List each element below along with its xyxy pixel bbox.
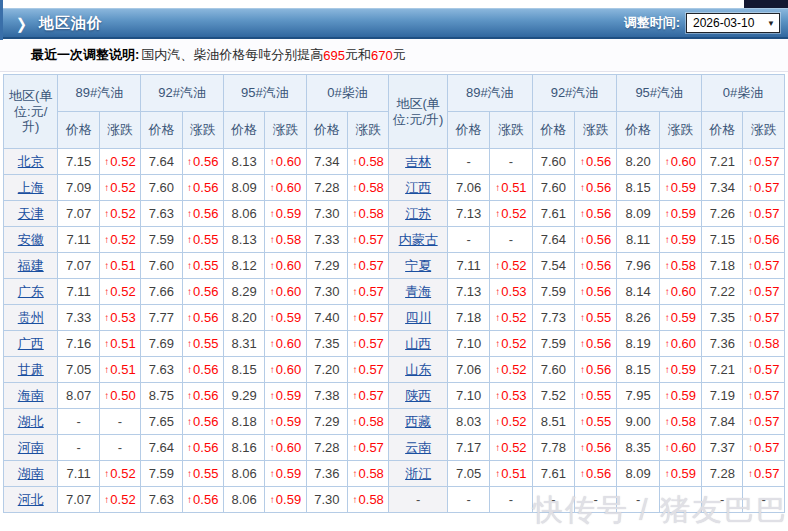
price-header: 价格 bbox=[141, 112, 182, 149]
region-link[interactable]: 安徽 bbox=[18, 232, 44, 247]
table-row: 天津7.07↑0.527.63↑0.568.06↑0.597.30↑0.58江苏… bbox=[4, 201, 785, 227]
region-link[interactable]: 湖南 bbox=[18, 466, 44, 481]
region-link[interactable]: 河北 bbox=[18, 492, 44, 507]
region-cell: 安徽 bbox=[4, 227, 58, 253]
change-cell: ↑0.56 bbox=[182, 175, 223, 201]
region-link[interactable]: 甘肃 bbox=[18, 362, 44, 377]
region-link[interactable]: 山西 bbox=[405, 336, 431, 351]
up-arrow-icon: ↑ bbox=[187, 156, 192, 167]
region-link[interactable]: 上海 bbox=[18, 180, 44, 195]
top-right-dark-strip bbox=[744, 0, 788, 8]
oil-price-table-body: 北京7.15↑0.527.64↑0.568.13↑0.607.34↑0.58吉林… bbox=[4, 149, 785, 513]
region-link[interactable]: 河南 bbox=[18, 440, 44, 455]
region-link[interactable]: 陕西 bbox=[405, 388, 431, 403]
change-cell: ↑0.56 bbox=[182, 383, 223, 409]
region-link[interactable]: 江西 bbox=[405, 180, 431, 195]
region-link[interactable]: 湖北 bbox=[18, 414, 44, 429]
region-link[interactable]: 青海 bbox=[405, 284, 431, 299]
price-cell: 9.00 bbox=[617, 409, 659, 435]
price-cell: 7.07 bbox=[58, 487, 99, 513]
up-arrow-icon: ↑ bbox=[495, 364, 500, 375]
change-cell: ↑0.60 bbox=[659, 331, 701, 357]
price-cell: 8.20 bbox=[223, 305, 264, 331]
region-link[interactable]: 广西 bbox=[18, 336, 44, 351]
price-cell: 7.17 bbox=[447, 435, 489, 461]
change-cell: ↑0.56 bbox=[182, 409, 223, 435]
price-cell: 8.29 bbox=[223, 279, 264, 305]
region-link[interactable]: 贵州 bbox=[18, 310, 44, 325]
region-link[interactable]: 内蒙古 bbox=[399, 232, 438, 247]
change-cell: ↑0.56 bbox=[575, 331, 617, 357]
up-arrow-icon: ↑ bbox=[748, 234, 753, 245]
fuel-type-header: 95#汽油 bbox=[223, 75, 306, 112]
price-cell: 7.28 bbox=[306, 435, 347, 461]
region-link[interactable]: 四川 bbox=[405, 310, 431, 325]
change-cell: ↑0.57 bbox=[348, 331, 389, 357]
price-cell: 8.13 bbox=[223, 227, 264, 253]
region-link[interactable]: 宁夏 bbox=[405, 258, 431, 273]
price-cell: 7.07 bbox=[58, 201, 99, 227]
region-cell: 西藏 bbox=[389, 409, 448, 435]
price-cell: 7.19 bbox=[702, 383, 743, 409]
table-row: 河南--7.64↑0.568.16↑0.607.28↑0.57云南7.17↑0.… bbox=[4, 435, 785, 461]
price-cell: 7.18 bbox=[447, 305, 489, 331]
up-arrow-icon: ↑ bbox=[665, 468, 670, 479]
change-header: 涨跌 bbox=[182, 112, 223, 149]
price-cell: 7.69 bbox=[141, 331, 182, 357]
change-cell: ↑0.55 bbox=[182, 253, 223, 279]
region-link[interactable]: 江苏 bbox=[405, 206, 431, 221]
up-arrow-icon: ↑ bbox=[353, 442, 358, 453]
price-cell: 7.60 bbox=[141, 253, 182, 279]
adjust-date-select[interactable]: 2026-03-10 ▼ bbox=[686, 13, 780, 33]
region-cell: 福建 bbox=[4, 253, 58, 279]
region-cell: 内蒙古 bbox=[389, 227, 448, 253]
region-link[interactable]: 天津 bbox=[18, 206, 44, 221]
price-cell: 7.22 bbox=[702, 279, 743, 305]
price-cell: 9.29 bbox=[223, 383, 264, 409]
change-cell: ↑0.52 bbox=[490, 435, 532, 461]
region-link[interactable]: 吉林 bbox=[405, 154, 431, 169]
price-cell: 7.16 bbox=[58, 331, 99, 357]
region-link[interactable]: 广东 bbox=[18, 284, 44, 299]
price-header: 价格 bbox=[223, 112, 264, 149]
up-arrow-icon: ↑ bbox=[495, 312, 500, 323]
price-cell: 8.06 bbox=[223, 461, 264, 487]
region-link[interactable]: 西藏 bbox=[405, 414, 431, 429]
change-cell: ↑0.59 bbox=[659, 227, 701, 253]
up-arrow-icon: ↑ bbox=[495, 286, 500, 297]
up-arrow-icon: ↑ bbox=[270, 156, 275, 167]
notice-text-before: 国内汽、柴油价格每吨分别提高 bbox=[141, 46, 323, 64]
up-arrow-icon: ↑ bbox=[665, 286, 670, 297]
notice-amount-gasoline: 695 bbox=[323, 48, 345, 63]
change-cell: ↑0.51 bbox=[99, 253, 140, 279]
up-arrow-icon: ↑ bbox=[187, 182, 192, 193]
price-cell: 7.40 bbox=[306, 305, 347, 331]
region-link[interactable]: 山东 bbox=[405, 362, 431, 377]
price-cell: 7.60 bbox=[532, 175, 574, 201]
price-cell: 7.07 bbox=[58, 253, 99, 279]
region-header: 地区(单位:元/升) bbox=[389, 75, 448, 149]
change-cell: ↑0.59 bbox=[265, 305, 306, 331]
region-link[interactable]: 海南 bbox=[18, 388, 44, 403]
up-arrow-icon: ↑ bbox=[353, 390, 358, 401]
up-arrow-icon: ↑ bbox=[104, 182, 109, 193]
change-cell: - bbox=[99, 409, 140, 435]
region-link[interactable]: 浙江 bbox=[405, 466, 431, 481]
change-cell: - bbox=[743, 487, 785, 513]
price-cell: 7.59 bbox=[532, 279, 574, 305]
region-link[interactable]: 云南 bbox=[405, 440, 431, 455]
region-link[interactable]: 福建 bbox=[18, 258, 44, 273]
change-cell: ↑0.59 bbox=[265, 487, 306, 513]
region-link[interactable]: 北京 bbox=[18, 154, 44, 169]
notice-label: 最近一次调整说明: bbox=[31, 46, 139, 64]
price-cell: 8.15 bbox=[223, 357, 264, 383]
price-cell: 7.05 bbox=[58, 357, 99, 383]
price-cell: 8.15 bbox=[617, 357, 659, 383]
price-cell: 8.51 bbox=[532, 409, 574, 435]
change-header: 涨跌 bbox=[99, 112, 140, 149]
price-cell: 8.26 bbox=[617, 305, 659, 331]
price-cell: - bbox=[447, 487, 489, 513]
up-arrow-icon: ↑ bbox=[187, 390, 192, 401]
price-cell: 7.18 bbox=[702, 253, 743, 279]
up-arrow-icon: ↑ bbox=[580, 416, 585, 427]
